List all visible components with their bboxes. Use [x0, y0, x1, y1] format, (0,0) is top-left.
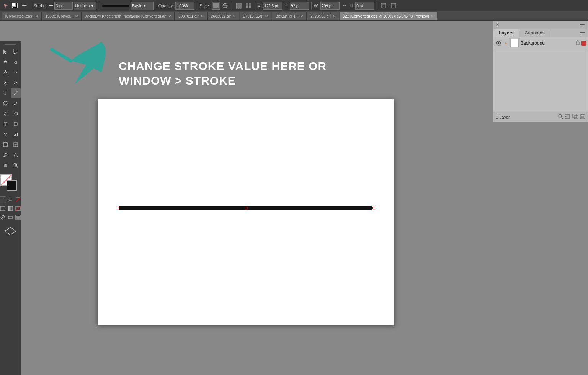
- tab-close-2[interactable]: ✕: [75, 14, 78, 18]
- smooth-btn[interactable]: [11, 78, 21, 88]
- screen-mode-btn[interactable]: [0, 214, 6, 221]
- panel-collapse-btn[interactable]: [579, 24, 585, 26]
- transform-icon[interactable]: [389, 2, 398, 10]
- eyedropper-btn[interactable]: [0, 150, 10, 160]
- h-input[interactable]: [355, 2, 374, 10]
- ellipse-btn[interactable]: [0, 98, 10, 108]
- perspective-grid-btn[interactable]: [11, 150, 21, 160]
- panel-menu-btn[interactable]: [578, 29, 588, 36]
- full-screen-btn[interactable]: [7, 214, 14, 221]
- h-label: H:: [350, 3, 354, 8]
- tab-arcticdry[interactable]: ArcticDry Kneelength Packaging [Converte…: [82, 12, 175, 20]
- scale-strokes-icon[interactable]: [379, 2, 388, 10]
- default-colors-btn[interactable]: [0, 196, 6, 203]
- color-mode-btn[interactable]: [0, 205, 6, 212]
- tab-15638[interactable]: 15638 [Conver... ✕: [42, 12, 82, 20]
- selection-tool-btn[interactable]: [0, 47, 10, 57]
- svg-rect-64: [576, 42, 579, 45]
- selected-line-container[interactable]: [117, 206, 375, 210]
- style-swatch[interactable]: [212, 2, 220, 10]
- magic-wand-btn[interactable]: [0, 57, 10, 67]
- x-label: X:: [258, 3, 261, 8]
- tab-close-4[interactable]: ✕: [201, 14, 204, 18]
- opacity-input[interactable]: [175, 2, 194, 10]
- globe-icon[interactable]: [221, 2, 229, 10]
- line-endpoint-right[interactable]: [372, 207, 375, 209]
- 3d-mode-btn[interactable]: [3, 223, 18, 236]
- y-input[interactable]: [290, 2, 309, 10]
- tab-close-6[interactable]: ✕: [265, 14, 268, 18]
- panel-close-btn[interactable]: ✕: [496, 22, 499, 27]
- w-input[interactable]: [320, 2, 340, 10]
- stroke-type-dropdown[interactable]: Uniform ▼: [74, 2, 96, 10]
- tab-922-active[interactable]: 922 [Converted].eps @ 300% (RGB/GPU Prev…: [340, 12, 437, 20]
- new-layer-btn[interactable]: [565, 114, 571, 121]
- tab-biel[interactable]: Biel.ai* @ 1... ✕: [272, 12, 307, 20]
- gradient-mode-btn[interactable]: [7, 205, 14, 212]
- x-input[interactable]: [263, 2, 282, 10]
- panel-titlebar: ✕: [493, 21, 588, 29]
- svg-rect-35: [17, 133, 18, 136]
- artboard: [98, 99, 394, 325]
- pencil-btn[interactable]: [0, 78, 10, 88]
- lasso-btn[interactable]: [11, 57, 21, 67]
- tab-2683622[interactable]: 2683622.ai* ✕: [207, 12, 239, 20]
- warp-btn[interactable]: [11, 119, 21, 129]
- pen-tool-btn[interactable]: [0, 67, 10, 77]
- none-color-btn[interactable]: [15, 196, 21, 203]
- tab-close-9[interactable]: ✕: [431, 14, 434, 18]
- panel-tabs: Layers Artboards: [493, 29, 588, 37]
- line-segment-btn[interactable]: [11, 88, 21, 98]
- duplicate-layer-btn[interactable]: [572, 114, 578, 121]
- rotate-btn[interactable]: [11, 109, 21, 119]
- tab-converted-eps[interactable]: [Converted].eps* ✕: [2, 12, 42, 20]
- layer-expand-btn[interactable]: [503, 41, 509, 46]
- paintbrush-btn[interactable]: [11, 98, 21, 108]
- fill-color-swatch[interactable]: [11, 2, 19, 10]
- layer-search-btn[interactable]: [558, 114, 563, 121]
- direct-selection-btn[interactable]: [11, 47, 21, 57]
- artboards-tab[interactable]: Artboards: [519, 29, 550, 37]
- distribute-icon[interactable]: [244, 2, 253, 10]
- tab-close-5[interactable]: ✕: [233, 14, 236, 18]
- stroke-value-input[interactable]: [54, 2, 73, 10]
- art-screen-btn[interactable]: [15, 214, 21, 221]
- stroke-color-dropdown[interactable]: [20, 2, 28, 10]
- svg-point-31: [4, 135, 5, 135]
- slice-btn[interactable]: [11, 140, 21, 150]
- sep3: [156, 2, 156, 10]
- stroke-swatch[interactable]: [7, 180, 17, 191]
- layer-visibility-btn[interactable]: [495, 40, 502, 47]
- tab-2773563[interactable]: 2773563.ai* ✕: [307, 12, 339, 20]
- artboard-btn[interactable]: [0, 140, 10, 150]
- reflect-btn[interactable]: [0, 119, 10, 129]
- tab-close-8[interactable]: ✕: [333, 14, 336, 18]
- tab-3097091[interactable]: 3097091.ai* ✕: [175, 12, 207, 20]
- tab-close-1[interactable]: ✕: [35, 14, 38, 18]
- line-style-dropdown[interactable]: Basic ▼: [131, 2, 154, 10]
- zoom-btn[interactable]: [11, 160, 21, 170]
- text-btn[interactable]: T: [0, 88, 10, 98]
- swap-colors-btn[interactable]: [7, 196, 14, 203]
- layers-tab[interactable]: Layers: [493, 29, 519, 37]
- symbol-sprayer-btn[interactable]: [0, 129, 10, 139]
- none-mode-btn[interactable]: [15, 205, 21, 212]
- eraser-btn[interactable]: [0, 109, 10, 119]
- curvature-btn[interactable]: [11, 67, 21, 77]
- column-graph-btn[interactable]: [11, 129, 21, 139]
- align-icon[interactable]: [234, 2, 243, 10]
- hand-btn[interactable]: [0, 160, 10, 170]
- sep2: [99, 2, 99, 10]
- selection-tool-icon[interactable]: [2, 2, 10, 10]
- tab-close-3[interactable]: ✕: [168, 14, 171, 18]
- layer-lock-btn[interactable]: [575, 40, 580, 47]
- link-icon[interactable]: [340, 2, 349, 10]
- sep5: [232, 2, 232, 10]
- tab-2791575[interactable]: 2791575.ai* ✕: [240, 12, 271, 20]
- layer-row-background[interactable]: Background: [493, 37, 588, 49]
- delete-layer-btn[interactable]: [580, 114, 585, 121]
- line-endpoint-mid[interactable]: [245, 207, 247, 209]
- tab-close-7[interactable]: ✕: [300, 14, 303, 18]
- line-endpoint-left[interactable]: [117, 207, 119, 209]
- stroke-icon[interactable]: [48, 3, 54, 8]
